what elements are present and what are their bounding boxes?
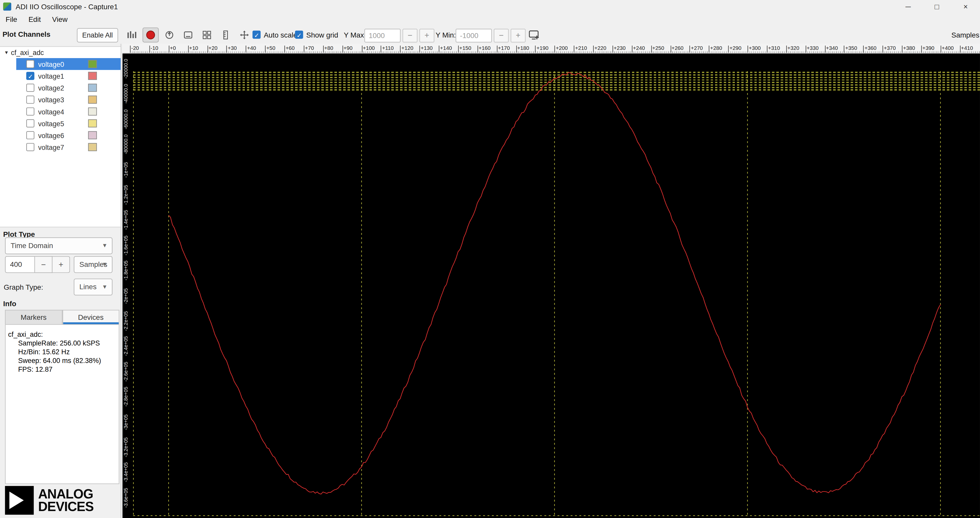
y-max-input[interactable]: 1000 xyxy=(364,29,401,43)
auto-scale-checkbox-group: Auto scale xyxy=(253,30,298,39)
y-min-input[interactable]: -1000 xyxy=(455,29,492,43)
ruler-tick xyxy=(362,46,362,52)
ruler-tick xyxy=(690,46,690,52)
channel-row-voltage5[interactable]: voltage5 xyxy=(16,118,121,129)
enable-all-button[interactable]: Enable All xyxy=(77,28,118,43)
channel-checkbox-voltage0[interactable] xyxy=(26,60,35,68)
ruler-tick xyxy=(825,46,825,52)
channel-tree: ▾ cf_axi_adc voltage0voltage1voltage2vol… xyxy=(0,46,121,227)
new-plot-icon xyxy=(529,30,540,40)
ruler-tick xyxy=(805,46,806,52)
y-axis-tick-label: -2.2e+05 xyxy=(123,307,129,335)
graph-type-dropdown[interactable]: Lines ▼ xyxy=(74,279,113,296)
ruler-tick-label: +390 xyxy=(923,45,934,51)
ruler-tick-label: +180 xyxy=(517,45,529,51)
ruler-tick-label: +0 xyxy=(170,45,176,51)
channel-row-voltage2[interactable]: voltage2 xyxy=(16,82,121,94)
plot-canvas[interactable]: -20000.0-40000.0-60000.0-80000.0-1e+05-1… xyxy=(123,54,980,518)
sample-count-increment-button[interactable]: + xyxy=(52,256,70,273)
device-tree-row[interactable]: ▾ cf_axi_adc xyxy=(0,47,121,58)
channel-label: voltage2 xyxy=(38,84,64,92)
ruler-tick-label: +220 xyxy=(595,45,606,51)
ruler-tick-label: +350 xyxy=(845,45,857,51)
channel-checkbox-voltage5[interactable] xyxy=(26,119,35,127)
measurements-button[interactable] xyxy=(218,27,234,43)
channel-row-voltage7[interactable]: voltage7 xyxy=(16,141,121,153)
channel-row-voltage0[interactable]: voltage0 xyxy=(16,58,121,70)
sample-unit-dropdown[interactable]: Samples ▼ xyxy=(74,256,113,273)
auto-scale-label: Auto scale xyxy=(264,31,297,38)
sample-count-decrement-button[interactable]: − xyxy=(35,256,52,273)
ruler-tick xyxy=(188,46,188,52)
menu-item-edit[interactable]: Edit xyxy=(23,13,46,26)
screenshot-button[interactable] xyxy=(180,27,196,43)
channel-label: voltage7 xyxy=(38,143,64,151)
y-min-increment-button[interactable]: + xyxy=(511,29,525,43)
device-info-lines: cf_axi_adc:SampleRate: 256.00 kSPSHz/Bin… xyxy=(8,330,119,373)
show-grid-label: Show grid xyxy=(306,31,338,38)
device-name: cf_axi_adc xyxy=(11,49,44,56)
adi-triangle-icon xyxy=(5,486,34,515)
channel-levels-button[interactable] xyxy=(124,27,140,43)
channel-checkbox-voltage6[interactable] xyxy=(26,131,35,139)
channel-row-voltage6[interactable]: voltage6 xyxy=(16,129,121,141)
show-grid-checkbox[interactable] xyxy=(295,30,303,39)
y-axis-tick-label: -80000.0 xyxy=(123,130,129,158)
channel-checkbox-voltage2[interactable] xyxy=(26,84,35,92)
tree-expander-icon[interactable]: ▾ xyxy=(5,49,8,56)
tab-devices[interactable]: Devices xyxy=(62,310,119,324)
ruler-tick xyxy=(883,46,883,52)
ruler-tick xyxy=(439,46,439,52)
channel-checkbox-voltage7[interactable] xyxy=(26,143,35,151)
sample-count-input[interactable]: 400 xyxy=(5,256,35,273)
y-max-increment-button[interactable]: + xyxy=(419,29,434,43)
ruler-tick xyxy=(902,46,902,52)
minimize-button[interactable]: ─ xyxy=(894,0,923,13)
y-axis-tick-label: -3.4e+05 xyxy=(123,459,129,486)
y-max-decrement-button[interactable]: − xyxy=(402,29,417,43)
channel-row-voltage3[interactable]: voltage3 xyxy=(16,94,121,105)
channel-row-voltage1[interactable]: voltage1 xyxy=(16,70,121,82)
y-min-decrement-button[interactable]: − xyxy=(494,29,509,43)
auto-scale-checkbox[interactable] xyxy=(253,30,261,39)
close-button[interactable]: × xyxy=(951,0,980,13)
y-axis-tick-label: -2.8e+05 xyxy=(123,383,129,410)
ruler-tick-label: -10 xyxy=(151,45,158,51)
y-axis-tick-label: -1.6e+05 xyxy=(123,232,129,259)
app-window: ADI IIO Oscilloscope - Capture1 ─ □ × Fi… xyxy=(0,0,980,518)
pan-button[interactable] xyxy=(236,27,252,43)
menubar: FileEditView xyxy=(0,13,980,26)
plot-type-dropdown[interactable]: Time Domain ▼ xyxy=(5,237,112,254)
record-button[interactable] xyxy=(143,27,159,43)
graph-type-label: Graph Type: xyxy=(4,284,43,291)
tab-markers[interactable]: Markers xyxy=(5,310,62,324)
ruler-tick-label: +110 xyxy=(382,45,394,51)
new-plot-button[interactable] xyxy=(526,27,542,43)
toolbar: Plot Channels Enable All Auto scale Show… xyxy=(0,26,980,44)
channel-checkbox-voltage3[interactable] xyxy=(26,95,35,104)
ruler-tick xyxy=(149,46,150,52)
channel-checkbox-voltage1[interactable] xyxy=(26,72,35,80)
ruler-tick-label: +60 xyxy=(285,45,294,51)
channel-row-voltage4[interactable]: voltage4 xyxy=(16,106,121,118)
ruler-tick xyxy=(863,46,864,52)
channel-color-swatch xyxy=(88,143,97,151)
menu-item-view[interactable]: View xyxy=(46,13,73,26)
menu-item-file[interactable]: File xyxy=(0,13,23,26)
tile-plots-button[interactable] xyxy=(199,27,215,43)
ruler-tick xyxy=(844,46,845,52)
single-capture-button[interactable] xyxy=(161,27,178,43)
ruler-tick xyxy=(285,46,285,52)
ruler-tick xyxy=(535,46,536,52)
y-axis-tick-label: -2.4e+05 xyxy=(123,333,129,360)
maximize-button[interactable]: □ xyxy=(923,0,951,13)
info-line: Hz/Bin: 15.62 Hz xyxy=(8,347,119,356)
y-max-label: Y Max: xyxy=(344,31,366,38)
graph-type-value: Lines xyxy=(80,283,97,291)
ruler-tick-label: +330 xyxy=(807,45,819,51)
ruler-tick xyxy=(728,46,729,52)
ruler-tick xyxy=(748,46,748,52)
channel-checkbox-voltage4[interactable] xyxy=(26,108,35,116)
ruler-tick xyxy=(226,46,227,52)
channel-color-swatch xyxy=(88,108,97,116)
